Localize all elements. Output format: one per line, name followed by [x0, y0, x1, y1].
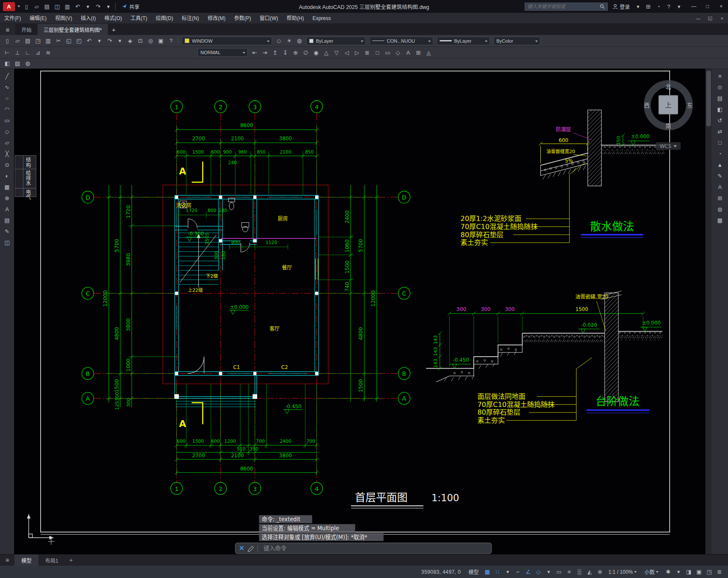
- palette-row-label[interactable]: 结构: [25, 157, 31, 168]
- layout-menu-icon[interactable]: ≡: [0, 555, 15, 566]
- menu-item[interactable]: 参数(P): [230, 13, 255, 24]
- insert-table-icon[interactable]: ⊞: [413, 48, 423, 57]
- compass-north-label[interactable]: 北: [666, 84, 671, 90]
- lights-icon[interactable]: ◍: [23, 59, 33, 68]
- transparency-toggle-icon[interactable]: ▒: [574, 567, 585, 577]
- quick-properties-icon[interactable]: ◨: [684, 567, 694, 577]
- linetype-select[interactable]: CON...NUOU: [369, 37, 433, 45]
- autocad-logo-icon[interactable]: A: [3, 2, 15, 11]
- compass-west-label[interactable]: 西: [644, 102, 650, 109]
- anno-scale-icon[interactable]: ◬: [423, 48, 434, 57]
- dim-angular-icon[interactable]: ∟: [23, 48, 33, 57]
- erase-tool-icon[interactable]: ╳: [2, 148, 13, 159]
- save-as-icon[interactable]: ◫: [52, 2, 62, 11]
- matchprop-icon[interactable]: ◰: [74, 36, 84, 46]
- table-icon[interactable]: ≣: [362, 48, 372, 57]
- snap-caret-icon[interactable]: ▾: [503, 567, 513, 577]
- viewcube-top-label[interactable]: 上: [665, 101, 672, 109]
- multileader-icon[interactable]: ≋: [43, 48, 53, 57]
- menu-item[interactable]: 工具(T): [126, 13, 151, 24]
- isolate-objects-icon[interactable]: ▣: [694, 567, 704, 577]
- grid-toggle-icon[interactable]: ▦: [482, 567, 493, 577]
- dim-radius-icon[interactable]: ⊿: [33, 48, 43, 57]
- menu-item[interactable]: Express: [308, 13, 335, 24]
- palette-row-label[interactable]: 给排水: [25, 170, 31, 186]
- osnap-caret-icon[interactable]: ▾: [544, 567, 554, 577]
- datum-icon[interactable]: △: [321, 48, 331, 57]
- dim-ordinate-icon[interactable]: ↧: [280, 48, 290, 57]
- render-icon[interactable]: ◧: [2, 59, 12, 68]
- polar-toggle-icon[interactable]: ∠: [523, 567, 534, 577]
- workspace-caret-icon[interactable]: ▾: [673, 567, 684, 577]
- copy-icon[interactable]: ◳: [33, 36, 43, 46]
- dim-linear-icon[interactable]: ⊢: [2, 48, 12, 57]
- help-caret-icon[interactable]: ▾: [674, 2, 684, 11]
- spline-tool-icon[interactable]: ∿: [2, 82, 13, 93]
- tab-start[interactable]: 开始: [15, 24, 38, 35]
- help-icon[interactable]: ?: [166, 36, 176, 46]
- undo-icon[interactable]: ↶: [73, 2, 83, 11]
- palette-row-label[interactable]: 电气: [25, 189, 31, 200]
- undo-icon[interactable]: ↶: [84, 36, 94, 46]
- dim-continue-icon[interactable]: ⇥: [260, 48, 270, 57]
- diameter-icon[interactable]: ∅: [301, 48, 311, 57]
- compass-south-label[interactable]: 南: [666, 122, 671, 129]
- redo-icon[interactable]: ↷: [104, 36, 115, 46]
- menu-item[interactable]: 视图(V): [51, 13, 76, 24]
- materials-icon[interactable]: ▨: [12, 59, 23, 68]
- leader-right-icon[interactable]: ▷: [352, 48, 362, 57]
- revision-tool-icon[interactable]: ✎: [2, 226, 13, 237]
- dimstyle-select[interactable]: NORMAL: [197, 48, 248, 57]
- menu-item[interactable]: 绘图(D): [151, 13, 177, 24]
- zoom-window-icon[interactable]: ⊡: [135, 36, 145, 46]
- dim-vertical-icon[interactable]: ↥: [270, 48, 280, 57]
- orbit-icon[interactable]: ↺: [714, 115, 725, 126]
- navbar-menu-icon[interactable]: ≡: [714, 71, 725, 81]
- menu-item[interactable]: 编辑(E): [25, 13, 51, 24]
- close-button[interactable]: ×: [714, 0, 728, 12]
- pan-icon[interactable]: ◈: [125, 36, 135, 46]
- text-palette-icon[interactable]: A: [714, 182, 725, 192]
- new-layout-button[interactable]: +: [65, 555, 77, 566]
- pan-icon[interactable]: ⇄: [714, 126, 725, 137]
- cut-icon[interactable]: ✂: [53, 36, 64, 46]
- osnap-toggle-icon[interactable]: ◇: [534, 567, 544, 577]
- tolerance-icon[interactable]: ◉: [311, 48, 321, 57]
- plotstyle-select[interactable]: ByColor: [493, 37, 540, 45]
- model-space-indicator[interactable]: 模型: [466, 568, 482, 575]
- workspace-icon[interactable]: ✱: [663, 567, 673, 577]
- rectangle-tool-icon[interactable]: ▭: [2, 115, 13, 126]
- viewcube[interactable]: 北 南 西 东 上 WCS: [644, 84, 693, 150]
- file-tab-menu-icon[interactable]: ≡: [0, 24, 15, 35]
- text-style-icon[interactable]: A: [403, 48, 413, 57]
- properties-palette-icon[interactable]: ◧: [714, 104, 725, 115]
- new-tab-button[interactable]: +: [108, 24, 120, 35]
- circle-tool-icon[interactable]: ○: [2, 93, 13, 104]
- plot-icon[interactable]: ▥: [43, 36, 53, 46]
- arc-tool-icon[interactable]: ◠: [2, 104, 13, 115]
- center-mark-icon[interactable]: ⊕: [290, 48, 301, 57]
- tab-drawing[interactable]: 三层别墅全套建筑结构图*: [38, 24, 108, 35]
- menu-item[interactable]: 帮助(H): [282, 13, 308, 24]
- undo-caret-icon[interactable]: ▾: [94, 36, 104, 46]
- steering-wheel-icon[interactable]: ⊙: [714, 82, 725, 93]
- layer-palette-icon[interactable]: ▤: [714, 93, 725, 104]
- dim-baseline-icon[interactable]: ⇤: [249, 48, 260, 57]
- showmotion-icon[interactable]: ▲: [714, 160, 725, 170]
- layer-select[interactable]: WINDOW: [182, 37, 272, 45]
- color-select[interactable]: ByLayer: [306, 37, 366, 45]
- tab-layout1[interactable]: 布局1: [38, 555, 65, 566]
- line-tool-icon[interactable]: ╱: [2, 71, 13, 81]
- text-tool-icon[interactable]: A: [2, 204, 13, 215]
- annotation-visibility-icon[interactable]: ◭: [585, 567, 595, 577]
- customization-icon[interactable]: ≣: [714, 567, 725, 577]
- doc-minimize-button[interactable]: —: [692, 13, 704, 23]
- open-file-icon[interactable]: ▱: [32, 2, 42, 11]
- redo-icon[interactable]: ↷: [93, 2, 103, 11]
- drawing-canvas[interactable]: 1 2 3 4 1 2 3 4 D C B A D C B A: [14, 69, 705, 554]
- visualstyle-icon[interactable]: ◍: [714, 204, 725, 215]
- leader-left-icon[interactable]: ◁: [342, 48, 352, 57]
- coordinates-display[interactable]: 359083, 4497, 0: [417, 569, 465, 575]
- clean-screen-icon[interactable]: ◳: [704, 567, 714, 577]
- ortho-toggle-icon[interactable]: ⌐: [513, 567, 523, 577]
